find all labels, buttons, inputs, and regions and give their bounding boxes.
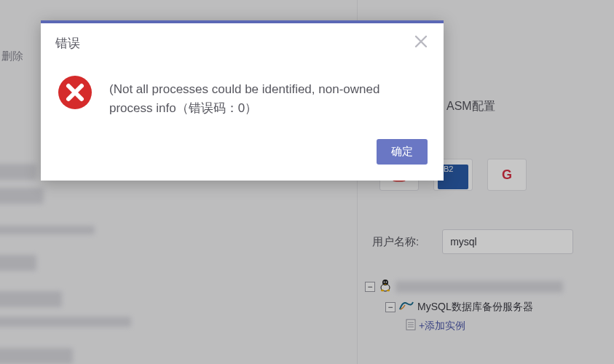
error-icon [57,74,93,119]
dialog-message: (Not all processes could be identified, … [109,74,420,119]
dialog-body: (Not all processes could be identified, … [41,60,444,130]
dialog-footer: 确定 [41,130,444,181]
ok-button[interactable]: 确定 [377,139,428,165]
close-icon[interactable] [413,33,429,52]
error-dialog: 错误 (Not all processes could be identifie… [41,20,444,181]
dialog-title: 错误 [55,35,80,52]
dialog-header: 错误 [41,23,444,60]
